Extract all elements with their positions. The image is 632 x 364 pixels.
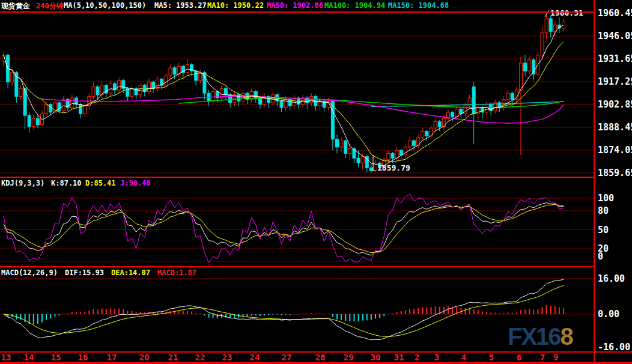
ma5-value: MA5: 1953.27 (154, 1, 207, 10)
date-label: 20 (139, 353, 150, 362)
date-label: 24 (250, 353, 260, 362)
low-annotation: 1859.79 (377, 163, 410, 172)
price-label: 1931.65 (598, 54, 631, 64)
macd-plot (4, 279, 564, 339)
price-label: 1960.45 (598, 8, 631, 18)
date-label: 16 (78, 353, 88, 362)
date-label: 22 (195, 353, 205, 362)
date-label: 13 (1, 353, 11, 362)
separator-macd (0, 266, 594, 267)
date-label: 6 (517, 353, 521, 362)
date-label: 2 (415, 353, 419, 362)
date-label: 23 (222, 353, 232, 362)
kdj-label: 80 (598, 206, 631, 216)
symbol-label: 现货黄金 (1, 1, 30, 11)
macd-dea-value: DEA:14.07 (111, 268, 150, 277)
macd-label: 16.00 (598, 274, 631, 284)
price-label: 1888.45 (598, 123, 631, 132)
high-annotation: 1960.31 (550, 8, 583, 17)
date-label: 7 (540, 353, 545, 362)
ma10-value: MA10: 1950.22 (207, 1, 264, 10)
macd-label: -16.00 (598, 342, 631, 352)
separator-header (0, 11, 594, 13)
fx168-logo: FX168 (508, 324, 573, 348)
kdj-label: 0 (598, 252, 631, 261)
date-label: 14 (24, 353, 34, 362)
candlesticks (2, 13, 565, 172)
ma-params-label: MA(5,10,50,100,150) (64, 1, 146, 10)
kdj-label: KDJ(9,3,3) (1, 179, 44, 187)
separator-kdj (0, 177, 594, 178)
date-label: 21 (168, 353, 178, 362)
ma150-value: MA150: 1904.68 (388, 1, 449, 10)
macd-label: MACD(12,26,9) (1, 268, 58, 277)
chart-window: 1859.791960.31 现货黄金 240分钟 MA(5,10,50,100… (0, 0, 632, 364)
date-label: 5 (489, 353, 494, 362)
kdj-k-value: K:87.10 (51, 179, 82, 187)
ma100-value: MA100: 1904.94 (324, 1, 385, 10)
price-label: 1917.25 (598, 77, 631, 86)
date-label: 28 (315, 353, 326, 362)
price-label: 1859.65 (598, 168, 631, 178)
macd-label: 0.00 (598, 309, 631, 319)
logo-fx16: FX16 (508, 323, 561, 350)
date-label: 15 (51, 353, 61, 362)
price-label: 1902.85 (598, 100, 631, 109)
macd-dif-value: DIF:15.93 (65, 268, 104, 277)
date-label: 17 (107, 353, 117, 362)
date-label: 3 (434, 353, 439, 362)
date-label: 9 (553, 353, 558, 362)
kdj-lines (4, 194, 564, 262)
kdj-d-value: D:85.41 (85, 179, 116, 187)
macd-macd-value: MACD:1.87 (157, 268, 196, 277)
date-label: 27 (282, 353, 292, 362)
kdj-label: 100 (598, 193, 631, 203)
kdj-label: 50 (598, 225, 631, 235)
date-label: 4 (461, 353, 466, 362)
axis-separator-vertical (594, 0, 595, 364)
date-label: 29 (344, 353, 354, 362)
logo-8: 8 (561, 323, 573, 350)
price-label: 1874.05 (598, 145, 631, 155)
ma-lines (4, 25, 564, 166)
kdj-j-value: J:90.48 (120, 179, 151, 187)
price-label: 1946.05 (598, 31, 631, 41)
period-label: 240分钟 (36, 1, 64, 11)
date-label: 31 (394, 353, 404, 362)
date-label: 30 (371, 353, 381, 362)
ma50-value: MA50: 1902.86 (267, 1, 323, 10)
